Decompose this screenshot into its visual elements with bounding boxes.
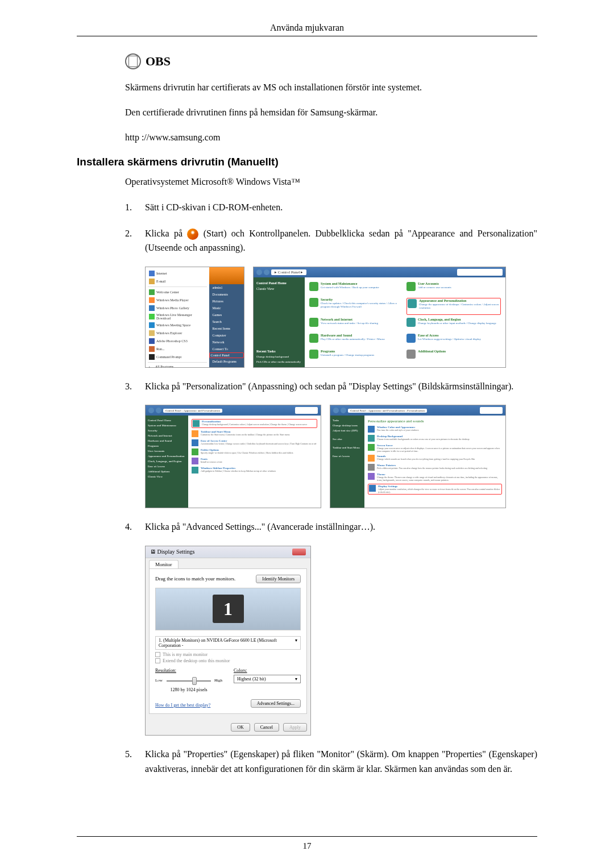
obs-label: OBS (146, 54, 171, 69)
step-num-1: 1. (125, 200, 145, 215)
colors-dropdown: Highest (32 bit)▾ (234, 675, 301, 683)
step-num-3: 3. (125, 379, 145, 394)
screenshot-personalization: Control Panel › Appearance and Personali… (330, 405, 506, 508)
drag-instruction: Drag the icons to match your monitors. (155, 576, 235, 582)
screenshot-control-panel: ▸ Control Panel ▸ Control Panel Home Cla… (253, 267, 506, 368)
resolution-slider: Low High (155, 675, 222, 686)
step-5: Klicka på "Properties" (Egenskaper) på f… (145, 747, 537, 776)
obs-paragraph-1: Skärmens drivrutin har certifierats av M… (125, 81, 537, 94)
step-4: Klicka på "Advanced Settings..." (Avance… (145, 520, 537, 534)
ok-button: OK (231, 723, 250, 732)
resolution-label: Resolution: (155, 668, 222, 673)
advanced-settings-button: Advanced Settings... (251, 699, 301, 708)
identify-monitors-button: Identify Monitors (256, 575, 301, 583)
main-monitor-checkbox (155, 652, 160, 657)
footer-rule (77, 836, 537, 837)
step-num-4: 4. (125, 520, 145, 534)
step-2b: (Start) och Kontrollpanelen. Dubbelklick… (145, 229, 537, 253)
step-num-5: 5. (125, 747, 145, 776)
section-intro: Operativsystemet Microsoft® Windows Vist… (125, 175, 537, 189)
screenshot-display-settings: 🖥 Display Settings Monitor Drag the icon… (145, 546, 311, 736)
step-2a: Klicka på (145, 229, 187, 238)
display-title: Display Settings (157, 549, 195, 555)
step-2: Klicka på (Start) och Kontrollpanelen. D… (145, 226, 537, 255)
obs-url: http ://www.samsung.com (125, 131, 537, 144)
page-number: 17 (77, 841, 537, 851)
screenshot-appearance: Control Panel › Appearance and Personali… (145, 405, 321, 508)
extend-desktop-checkbox (155, 658, 160, 663)
note-icon (125, 53, 141, 69)
colors-label: Colors: (234, 668, 301, 673)
screenshot-start-menu: Internet E-mail Welcome Center Windows M… (145, 267, 244, 368)
section-heading: Installera skärmens drivrutin (Manuellt) (77, 156, 537, 168)
extend-desktop-label: Extend the desktop onto this monitor (163, 658, 230, 663)
step-num-2: 2. (125, 226, 145, 255)
start-orb-icon (187, 229, 198, 240)
header-rule (77, 36, 537, 36)
resolution-value: 1280 by 1024 pixels (155, 687, 222, 692)
apply-button: Apply (283, 723, 307, 732)
monitor-box: 1 (213, 595, 244, 623)
monitor-tab: Monitor (149, 560, 179, 568)
close-icon (292, 549, 306, 555)
main-monitor-label: This is my main monitor (163, 652, 208, 657)
monitor-dropdown: 1. (Multiple Monitors) on NVIDIA GeForce… (159, 638, 295, 648)
help-link: How do I get the best display? (155, 703, 210, 708)
cancel-button: Cancel (254, 723, 279, 732)
step-1: Sätt i CD-skivan i CD-ROM-enheten. (145, 200, 537, 215)
page-header: Använda mjukvaran (77, 23, 537, 33)
obs-paragraph-2: Den certifierade drivrutinen finns på he… (125, 106, 537, 119)
step-3: Klicka på "Personalization" (Anpassning)… (145, 379, 537, 394)
